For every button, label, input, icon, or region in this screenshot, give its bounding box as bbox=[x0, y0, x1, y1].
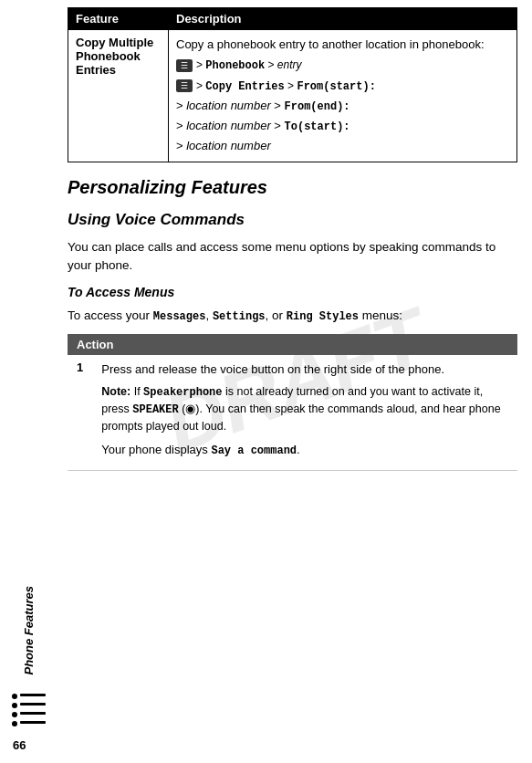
menu-items: Messages bbox=[153, 310, 206, 323]
dot-row-3 bbox=[12, 712, 46, 717]
dot-row-4 bbox=[12, 721, 46, 726]
table-header-feature: Feature bbox=[68, 8, 169, 30]
action-number: 1 bbox=[68, 355, 92, 471]
dot bbox=[12, 712, 17, 717]
line bbox=[20, 721, 46, 724]
dot bbox=[12, 694, 17, 699]
page-number: 66 bbox=[13, 738, 26, 752]
action-header: Action bbox=[68, 334, 517, 355]
settings-item: Settings bbox=[213, 310, 266, 323]
feature-cell: Copy Multiple Phonebook Entries bbox=[68, 30, 169, 162]
note-text: Note: If Speakerphone is not already tur… bbox=[101, 383, 508, 435]
subsubsection-title: To Access Menus bbox=[68, 285, 517, 299]
speaker-icon: ◉ bbox=[185, 402, 195, 415]
page-wrapper: Phone Features 66 DRAFT bbox=[0, 0, 532, 763]
step-number: 1 bbox=[77, 361, 83, 374]
body-prefix: To access your bbox=[68, 308, 153, 322]
menu-icon-1: ☰ bbox=[176, 59, 193, 72]
sidebar-label: Phone Features bbox=[22, 586, 36, 675]
menu-line-2-text: > Copy Entries > From(start): bbox=[196, 78, 376, 95]
display-text: Your phone displays Say a command. bbox=[101, 441, 508, 459]
speaker-key: SPEAKER bbox=[132, 403, 178, 416]
menu-line-5: > location number bbox=[176, 137, 509, 155]
dot bbox=[12, 703, 17, 708]
speakerphone-text: Speakerphone bbox=[143, 386, 222, 399]
dot-row-1 bbox=[12, 694, 46, 699]
dot bbox=[12, 721, 17, 726]
menu-line-2: ☰ > Copy Entries > From(start): bbox=[176, 78, 376, 95]
step-1-text: Press and release the voice button on th… bbox=[101, 361, 508, 379]
description-cell: Copy a phonebook entry to another locati… bbox=[169, 30, 517, 162]
body-suffix: menus: bbox=[359, 308, 402, 322]
sidebar: Phone Features 66 bbox=[0, 0, 57, 763]
table-row: Copy Multiple Phonebook Entries Copy a p… bbox=[68, 30, 517, 162]
line bbox=[20, 712, 46, 715]
or-text: or bbox=[268, 308, 287, 322]
line bbox=[20, 694, 46, 696]
feature-table: Feature Description Copy Multiple Phoneb… bbox=[68, 7, 517, 162]
action-row-1: 1 Press and release the voice button on … bbox=[68, 355, 517, 471]
menu-line-4: > location number > To(start): bbox=[176, 117, 509, 135]
line bbox=[20, 703, 46, 706]
note-label: Note: bbox=[101, 385, 130, 398]
menu-line-1-text: > Phonebook > entry bbox=[196, 57, 302, 74]
desc-intro: Copy a phonebook entry to another locati… bbox=[176, 36, 509, 54]
ring-styles-item: Ring Styles bbox=[287, 310, 359, 323]
menu-line-3: > location number > From(end): bbox=[176, 97, 509, 115]
subsection-title: Using Voice Commands bbox=[68, 211, 517, 229]
access-menus-body: To access your Messages, Settings, or Ri… bbox=[68, 307, 517, 325]
dot-row-2 bbox=[12, 703, 46, 708]
comma1: , bbox=[205, 308, 213, 322]
subsection-body: You can place calls and access some menu… bbox=[68, 238, 517, 276]
action-table: Action 1 Press and release the voice but… bbox=[68, 334, 517, 471]
feature-name: Copy Multiple Phonebook Entries bbox=[76, 36, 153, 77]
action-content: Press and release the voice button on th… bbox=[92, 355, 517, 471]
sidebar-dots bbox=[12, 694, 46, 726]
menu-line-1: ☰ > Phonebook > entry bbox=[176, 57, 302, 74]
say-command: Say a command bbox=[211, 444, 297, 457]
menu-icon-2: ☰ bbox=[176, 79, 193, 92]
table-header-description: Description bbox=[169, 8, 517, 30]
section-title: Personalizing Features bbox=[68, 177, 517, 198]
main-content: DRAFT Feature Description Copy Multiple … bbox=[57, 0, 532, 763]
